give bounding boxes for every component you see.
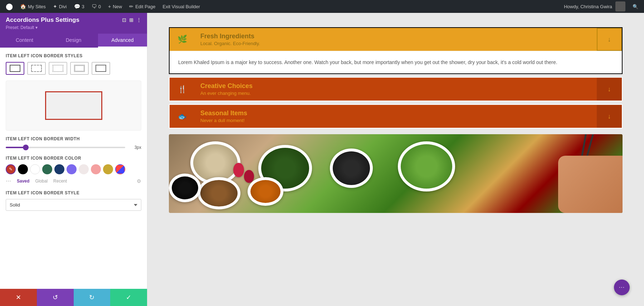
- border-width-label: Item Left Icon Border Width: [6, 136, 141, 141]
- panel-title-icons: ⊡ ⊞ ⋮: [122, 17, 141, 23]
- color-swatch-darkblue[interactable]: [54, 164, 64, 174]
- tab-advanced[interactable]: Advanced: [98, 34, 147, 48]
- color-swatch-lightpink[interactable]: [79, 164, 89, 174]
- wp-logo[interactable]: ⬤: [3, 0, 16, 13]
- color-tab-recent[interactable]: Recent: [53, 179, 67, 184]
- top-bar: ⬤ 🏠 My Sites ✦ Divi 💬 3 🗨 0 + New ✏ Edit…: [0, 0, 644, 13]
- fish-icon: 🐟: [178, 112, 187, 121]
- undo-button[interactable]: ↺: [37, 289, 74, 306]
- page-content: 🌿 Fresh Ingredients Local. Organic. Eco-…: [147, 13, 644, 306]
- accordion-toggle-creative[interactable]: ↓: [597, 78, 622, 101]
- user-area: Howdy, Christina Gwira 🔍: [561, 0, 641, 13]
- food-bowl-7: [169, 174, 201, 202]
- accordion-icon-seasonal: 🐟: [170, 105, 195, 128]
- color-swatches: ✎: [6, 164, 141, 174]
- color-swatch-darkgreen[interactable]: [42, 164, 52, 174]
- accordion-icon-creative: 🍴: [170, 78, 195, 101]
- color-tab-global[interactable]: Global: [35, 179, 48, 184]
- user-greeting[interactable]: Howdy, Christina Gwira: [561, 0, 628, 13]
- accordion-text-fresh: Fresh Ingredients Local. Organic. Eco-Fr…: [195, 28, 597, 51]
- divi-icon: ✦: [53, 4, 57, 9]
- border-style-label: Item Left Icon Border Style: [6, 190, 141, 195]
- border-style-select-row: Solid Dashed Dotted Double Groove: [6, 199, 141, 211]
- food-bowl-6: [248, 177, 283, 206]
- fab-button[interactable]: ···: [614, 280, 630, 295]
- accordion-item-creative: 🍴 Creative Choices An ever changing menu…: [169, 77, 623, 101]
- chevron-down-icon: ↓: [608, 36, 611, 43]
- groove-preview: [96, 65, 106, 72]
- accordion-title-creative: Creative Choices: [200, 82, 591, 90]
- more-dots[interactable]: ···: [6, 177, 11, 185]
- border-groove-option[interactable]: [92, 62, 110, 75]
- accordion-subtitle-creative: An ever changing menu.: [200, 91, 591, 96]
- tab-design[interactable]: Design: [49, 34, 98, 48]
- more-icon[interactable]: ⋮: [136, 17, 141, 23]
- bubble-icon: 💬: [74, 4, 80, 9]
- color-tab-saved[interactable]: Saved: [17, 179, 29, 184]
- resize-icon[interactable]: ⊡: [122, 17, 126, 23]
- dotted-preview: [53, 65, 63, 72]
- border-style-select[interactable]: Solid Dashed Dotted Double Groove: [6, 199, 141, 211]
- accordion-toggle-seasonal[interactable]: ↓: [597, 105, 622, 128]
- accordion-text-creative: Creative Choices An ever changing menu.: [195, 78, 597, 101]
- redo-button[interactable]: ↻: [74, 289, 111, 306]
- food-image: [169, 134, 623, 213]
- border-width-slider-container: 3px: [6, 145, 141, 150]
- cancel-button[interactable]: ✕: [0, 289, 37, 306]
- save-button[interactable]: ✓: [110, 289, 147, 306]
- exit-builder-button[interactable]: Exit Visual Builder: [160, 0, 203, 13]
- comment-icon: 🗨: [92, 4, 97, 9]
- search-button[interactable]: 🔍: [630, 0, 641, 13]
- radish-1: [233, 163, 244, 177]
- plus-icon: +: [108, 4, 111, 9]
- home-icon: 🏠: [20, 4, 26, 9]
- utensils-icon: 🍴: [178, 85, 187, 93]
- accordion-header-seasonal[interactable]: 🐟 Seasonal Items Never a dull moment! ↓: [170, 105, 622, 128]
- panel-header: Accordions Plus Settings ⊡ ⊞ ⋮ Preset: D…: [0, 13, 147, 34]
- border-double-option[interactable]: [70, 62, 89, 75]
- border-width-slider[interactable]: [6, 147, 125, 148]
- accordion-header-fresh[interactable]: 🌿 Fresh Ingredients Local. Organic. Eco-…: [170, 28, 622, 51]
- color-swatch-lavender[interactable]: [67, 164, 77, 174]
- edit-page-button[interactable]: ✏ Edit Page: [126, 0, 158, 13]
- color-swatch-gold[interactable]: [103, 164, 113, 174]
- food-bowl-4: [398, 141, 455, 191]
- color-swatch-black[interactable]: [18, 164, 28, 174]
- dashed-preview: [31, 65, 42, 72]
- accordion-toggle-fresh[interactable]: ↓: [597, 28, 622, 51]
- border-width-value: 3px: [129, 145, 141, 150]
- new-button[interactable]: + New: [105, 0, 125, 13]
- color-settings-icon[interactable]: ⚙: [137, 178, 141, 184]
- border-dotted-option[interactable]: [49, 62, 67, 75]
- fab-icon: ···: [619, 284, 625, 291]
- food-bowl-5: [197, 177, 240, 209]
- border-preview-inner: [45, 91, 102, 120]
- eyedropper-swatch[interactable]: ✎: [6, 164, 16, 174]
- chevron-down-icon-3: ↓: [608, 113, 611, 120]
- my-sites[interactable]: 🏠 My Sites: [17, 0, 49, 13]
- accordion-icon-fresh: 🌿: [170, 28, 195, 51]
- accordion-title-seasonal: Seasonal Items: [200, 110, 591, 117]
- tab-content[interactable]: Content: [0, 34, 49, 48]
- accordion-item-seasonal: 🐟 Seasonal Items Never a dull moment! ↓: [169, 104, 623, 128]
- panel-tabs: Content Design Advanced: [0, 34, 147, 48]
- border-solid-option[interactable]: [6, 62, 24, 75]
- comments-link[interactable]: 💬 3: [71, 0, 87, 13]
- eyedropper-icon: ✎: [9, 167, 13, 172]
- comment-count[interactable]: 🗨 0: [89, 0, 104, 13]
- layout-icon[interactable]: ⊞: [129, 17, 133, 23]
- hand: [558, 156, 623, 213]
- food-bowl-3: [330, 149, 373, 188]
- border-preview-box: [6, 81, 141, 131]
- chevron-down-icon-2: ↓: [608, 86, 611, 93]
- accordion-content-fresh: Lorem Khaled Ipsum is a major key to suc…: [170, 51, 622, 73]
- settings-panel: Accordions Plus Settings ⊡ ⊞ ⋮ Preset: D…: [0, 13, 147, 306]
- color-swatch-white[interactable]: [30, 164, 40, 174]
- color-swatch-pink[interactable]: [91, 164, 101, 174]
- divi-link[interactable]: ✦ Divi: [50, 0, 70, 13]
- accordion-subtitle-fresh: Local. Organic. Eco-Friendly.: [200, 41, 591, 46]
- preset-selector[interactable]: Preset: Default ▾: [6, 25, 141, 30]
- border-dashed-option[interactable]: [27, 62, 46, 75]
- color-swatch-gradient[interactable]: [115, 164, 125, 174]
- accordion-header-creative[interactable]: 🍴 Creative Choices An ever changing menu…: [170, 78, 622, 101]
